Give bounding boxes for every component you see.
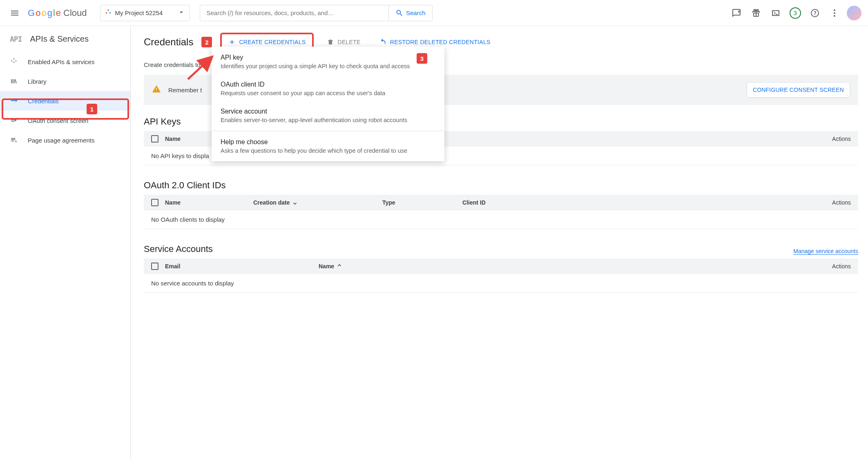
cloud-shell-icon[interactable] <box>767 4 785 22</box>
dropdown-item-title: API key <box>221 54 435 61</box>
dropdown-item-service-account[interactable]: Service account Enables server-to-server… <box>212 102 444 129</box>
sidebar-title-label: APIs & Services <box>30 34 89 44</box>
dropdown-item-desc: Enables server-to-server, app-level auth… <box>221 117 435 123</box>
sidebar: API APIs & Services Enabled APIs & servi… <box>0 26 131 459</box>
notifications-badge[interactable]: 3 <box>786 4 804 22</box>
oauth-table-header: Name Creation date Type Client ID Action… <box>144 195 858 210</box>
col-actions: Actions <box>832 199 851 206</box>
project-name: My Project 52254 <box>115 9 163 16</box>
notification-count: 3 <box>790 7 801 19</box>
undo-icon <box>379 38 387 46</box>
sidebar-section-title: API APIs & Services <box>0 26 130 52</box>
page-title: Credentials <box>144 36 193 48</box>
col-name[interactable]: Name <box>319 263 826 270</box>
top-right-icons: 3 <box>727 4 863 22</box>
oauth-empty: No OAuth clients to display <box>144 210 858 229</box>
sidebar-item-label: Enabled APIs & services <box>28 58 94 65</box>
arrow-up-icon <box>336 263 343 270</box>
sidebar-item-label: OAuth consent screen <box>28 117 88 124</box>
section-service-accounts: Service Accounts Manage service accounts… <box>144 244 858 293</box>
restore-label: RESTORE DELETED CREDENTIALS <box>390 39 491 45</box>
plus-icon <box>228 38 236 46</box>
dropdown-item-desc: Requests user consent so your app can ac… <box>221 90 435 96</box>
dropdown-item-help-choose[interactable]: Help me choose Asks a few questions to h… <box>212 133 444 160</box>
search-icon <box>395 9 404 17</box>
dropdown-item-title: OAuth client ID <box>221 81 435 88</box>
top-bar: Google Cloud My Project 52254 Search 3 <box>0 0 868 26</box>
select-all-checkbox[interactable] <box>151 199 158 206</box>
search-bar: Search <box>200 5 433 21</box>
sidebar-item-oauth-consent[interactable]: OAuth consent screen <box>0 111 130 130</box>
col-client-id[interactable]: Client ID <box>462 199 826 206</box>
service-table-header: Email Name Actions <box>144 258 858 274</box>
gift-icon[interactable] <box>747 4 765 22</box>
dropdown-item-title: Help me choose <box>221 138 435 146</box>
project-selector[interactable]: My Project 52254 <box>100 5 190 21</box>
section-oauth-clients: OAuth 2.0 Client IDs Name Creation date … <box>144 180 858 229</box>
dropdown-separator <box>212 131 444 131</box>
col-creation-date[interactable]: Creation date <box>253 199 376 206</box>
col-actions: Actions <box>832 263 851 270</box>
col-email[interactable]: Email <box>165 263 312 270</box>
arrow-down-icon <box>291 199 299 206</box>
svg-point-3 <box>834 9 835 11</box>
google-cloud-logo[interactable]: Google Cloud <box>28 8 87 18</box>
sidebar-item-label: Page usage agreements <box>28 137 94 144</box>
caret-down-icon <box>177 8 185 18</box>
service-empty: No service accounts to display <box>144 274 858 293</box>
dropdown-item-title: Service account <box>221 108 435 115</box>
account-avatar[interactable] <box>845 4 863 22</box>
library-icon <box>10 77 18 85</box>
dropdown-item-desc: Asks a few questions to help you decide … <box>221 147 435 154</box>
select-all-checkbox[interactable] <box>151 263 158 270</box>
feedback-icon[interactable] <box>727 4 745 22</box>
select-all-checkbox[interactable] <box>151 135 158 143</box>
dropdown-item-oauth-client[interactable]: OAuth client ID Requests user consent so… <box>212 75 444 102</box>
manage-service-accounts-link[interactable]: Manage service accounts <box>793 248 858 255</box>
sidebar-item-enabled-apis[interactable]: Enabled APIs & services <box>0 52 130 71</box>
help-icon[interactable] <box>806 4 824 22</box>
project-icon <box>105 9 112 17</box>
svg-point-1 <box>105 12 107 13</box>
sidebar-item-page-usage[interactable]: Page usage agreements <box>0 130 130 150</box>
search-button-label: Search <box>406 9 426 16</box>
search-input[interactable] <box>200 9 388 16</box>
sidebar-item-library[interactable]: Library <box>0 71 130 91</box>
search-button[interactable]: Search <box>388 5 432 21</box>
avatar-image <box>847 6 861 20</box>
create-credentials-dropdown: API key Identifies your project using a … <box>212 47 444 161</box>
agreements-icon <box>10 136 18 144</box>
oauth-title: OAuth 2.0 Client IDs <box>144 180 858 191</box>
dropdown-item-desc: Identifies your project using a simple A… <box>221 63 435 69</box>
configure-consent-button[interactable]: CONFIGURE CONSENT SCREEN <box>747 82 850 98</box>
sidebar-item-label: Library <box>28 78 47 85</box>
sidebar-item-credentials[interactable]: Credentials <box>0 91 130 111</box>
consent-icon <box>10 116 18 125</box>
sidebar-item-label: Credentials <box>28 98 59 105</box>
col-type[interactable]: Type <box>382 199 456 206</box>
svg-point-0 <box>107 9 109 11</box>
col-actions: Actions <box>832 136 851 142</box>
trash-icon <box>327 38 334 46</box>
grid-icon <box>10 58 18 66</box>
main-content: Credentials 2 CREATE CREDENTIALS DELETE … <box>131 26 868 459</box>
warning-icon <box>152 85 161 96</box>
svg-point-5 <box>834 15 835 17</box>
key-icon <box>10 97 18 105</box>
annotation-badge-2: 2 <box>201 37 212 47</box>
svg-point-2 <box>109 12 110 13</box>
api-icon: API <box>10 35 22 43</box>
col-name[interactable]: Name <box>165 199 247 206</box>
delete-label: DELETE <box>337 39 360 45</box>
create-credentials-label: CREATE CREDENTIALS <box>239 39 306 45</box>
more-icon[interactable] <box>826 4 843 22</box>
svg-point-4 <box>834 12 835 14</box>
hamburger-menu-icon[interactable] <box>5 3 25 23</box>
dropdown-item-api-key[interactable]: API key Identifies your project using a … <box>212 48 444 75</box>
service-accounts-title: Service Accounts <box>144 244 213 254</box>
